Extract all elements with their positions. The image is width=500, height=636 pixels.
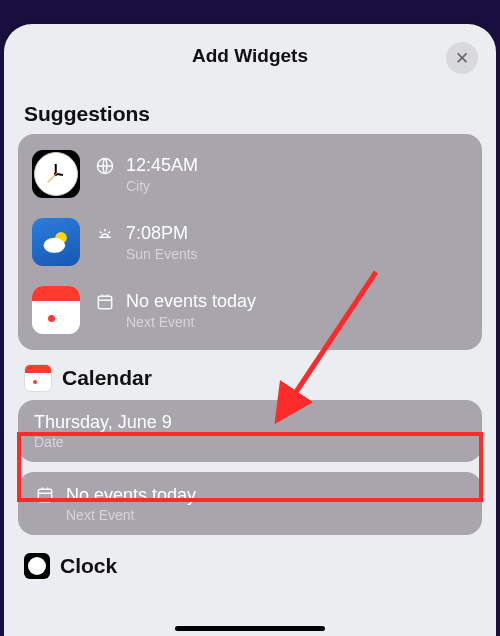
calendar-date-widget[interactable]: Thursday, June 9 Date [18,400,482,462]
suggestion-clock-row[interactable]: 12:45AM City [18,140,482,208]
section-title-clock: Clock [60,554,117,578]
clock-app-icon [32,150,80,198]
section-title-calendar: Calendar [62,366,152,390]
section-header-clock: Clock [24,553,482,579]
svg-rect-3 [98,296,111,309]
calendar-nextevent-widget[interactable]: No events today Next Event [18,472,482,535]
suggestion-sub: Sun Events [126,246,198,262]
globe-icon [94,155,116,177]
calendar-grid-icon [94,291,116,313]
sheet-title: Add Widgets [192,45,308,67]
sheet-header: Add Widgets ✕ [4,24,496,88]
suggestions-card: 12:45AM City [18,134,482,350]
close-button[interactable]: ✕ [446,42,478,74]
section-header-suggestions: Suggestions [24,102,482,126]
suggestion-value: 7:08PM [126,223,188,244]
suggestion-calendar-row[interactable]: No events today Next Event [18,276,482,344]
widget-sub: Date [34,434,466,450]
clock-section-icon [24,553,50,579]
home-indicator[interactable] [175,626,325,631]
close-icon: ✕ [455,50,469,67]
suggestion-weather-row[interactable]: 7:08PM Sun Events [18,208,482,276]
calendar-section-icon [24,364,52,392]
suggestion-value: No events today [126,291,256,312]
svg-point-2 [44,238,66,253]
add-widgets-sheet: Add Widgets ✕ Suggestions [4,24,496,636]
widget-sub: Next Event [66,507,466,523]
suggestion-sub: Next Event [126,314,256,330]
suggestion-value: 12:45AM [126,155,198,176]
section-title-suggestions: Suggestions [24,102,150,126]
widget-value: No events today [66,485,196,506]
widget-value: Thursday, June 9 [34,412,466,433]
calendar-app-icon [32,286,80,334]
suggestion-sub: City [126,178,198,194]
weather-app-icon [32,218,80,266]
calendar-grid-icon [34,484,56,506]
svg-rect-4 [38,489,51,502]
section-header-calendar: Calendar [24,364,482,392]
sunset-icon [94,223,116,245]
